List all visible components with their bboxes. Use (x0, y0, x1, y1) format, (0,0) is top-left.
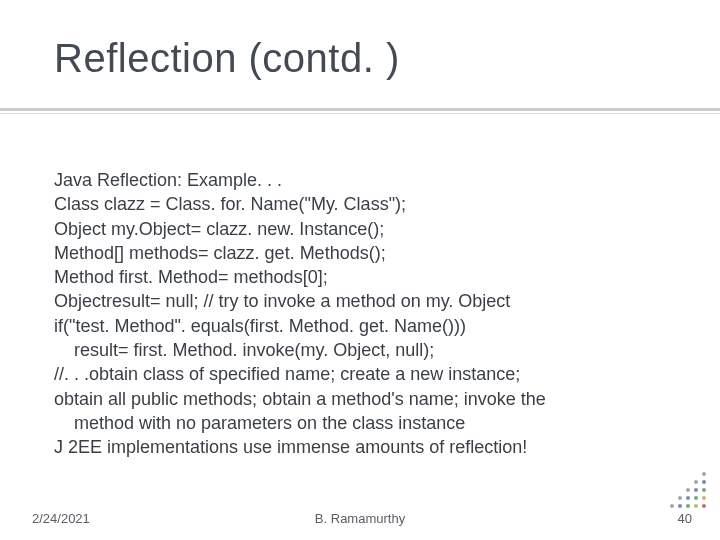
title-rule-2 (0, 113, 720, 114)
body-line: result= first. Method. invoke(my. Object… (54, 338, 674, 362)
title-rule (0, 108, 720, 111)
body-line: obtain all public methods; obtain a meth… (54, 387, 674, 411)
body-line: method with no parameters on the class i… (54, 411, 674, 435)
body-line: Class clazz = Class. for. Name("My. Clas… (54, 192, 674, 216)
footer-author: B. Ramamurthy (0, 511, 720, 526)
body-line: //. . .obtain class of specified name; c… (54, 362, 674, 386)
body-line: Method[] methods= clazz. get. Methods(); (54, 241, 674, 265)
body-line: Method first. Method= methods[0]; (54, 265, 674, 289)
slide-title: Reflection (contd. ) (54, 36, 400, 81)
body-line: Java Reflection: Example. . . (54, 168, 674, 192)
footer-page: 40 (678, 511, 692, 526)
body-line: if("test. Method". equals(first. Method.… (54, 314, 674, 338)
body-line: Objectresult= null; // try to invoke a m… (54, 289, 674, 313)
body-line: Object my.Object= clazz. new. Instance()… (54, 217, 674, 241)
slide: Reflection (contd. ) Java Reflection: Ex… (0, 0, 720, 540)
body-line: J 2EE implementations use immense amount… (54, 435, 674, 459)
corner-dots-decoration (650, 470, 710, 510)
slide-body: Java Reflection: Example. . . Class claz… (54, 168, 674, 460)
